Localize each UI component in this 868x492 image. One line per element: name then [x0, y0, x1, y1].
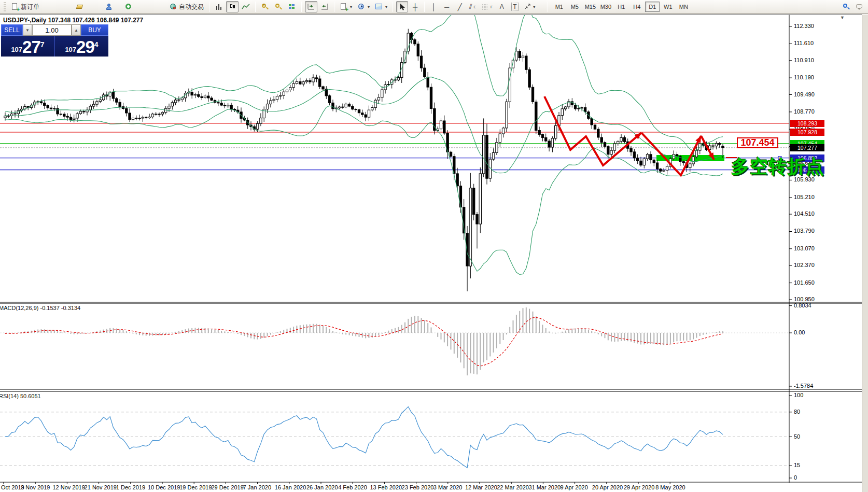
- indicators-button[interactable]: ＋▾: [338, 1, 354, 12]
- text-button[interactable]: A: [496, 1, 508, 12]
- signals-icon: [124, 3, 133, 11]
- rsi-axis-label: 50: [794, 433, 800, 440]
- volume-increase-button[interactable]: ▲: [72, 24, 81, 36]
- fibonacci-icon: [482, 3, 489, 10]
- chart-shift-button[interactable]: [318, 1, 331, 12]
- price-tick-label: 101.650: [794, 279, 815, 286]
- autotrading-label: 自动交易: [179, 3, 204, 11]
- price-tick-label: 100.950: [794, 296, 815, 302]
- chat-icon: [856, 3, 864, 11]
- price-chart-canvas[interactable]: [0, 15, 868, 492]
- mt4-window: ＋ 新订单 自动交易 + −: [0, 0, 868, 492]
- date-axis-label: 12 Mar 2020: [465, 484, 497, 490]
- buy-button[interactable]: BUY: [81, 24, 108, 36]
- rsi-axis-label: 80: [794, 409, 800, 415]
- date-axis-label: 10 Dec 2019: [148, 484, 180, 490]
- rsi-axis-label: 15: [794, 462, 800, 468]
- date-axis-label: 23 Feb 2020: [402, 484, 434, 490]
- periods-button[interactable]: ▾: [355, 1, 372, 12]
- periods-icon: [357, 3, 366, 11]
- text-label-button[interactable]: T: [509, 1, 521, 12]
- volume-input[interactable]: 1.00: [32, 24, 72, 36]
- timeframe-m5[interactable]: M5: [567, 2, 582, 12]
- price-tick-label: 105.210: [794, 194, 815, 200]
- timeframe-h1[interactable]: H1: [614, 2, 628, 12]
- trendline-button[interactable]: ╱: [454, 1, 466, 12]
- arrows-button[interactable]: ▾: [522, 1, 537, 12]
- tile-windows-button[interactable]: [286, 1, 298, 12]
- auto-scroll-icon: [307, 3, 315, 11]
- date-axis-label: 29 Apr 2020: [624, 484, 654, 490]
- level-price-tag: 107.928: [790, 129, 824, 136]
- zoom-in-button[interactable]: +: [259, 1, 271, 12]
- line-chart-icon: [242, 3, 250, 11]
- autotrading-button[interactable]: 自动交易: [167, 1, 206, 12]
- search-button[interactable]: [840, 1, 852, 12]
- cursor-button[interactable]: [396, 1, 408, 12]
- equidistant-channel-button[interactable]: ⫽E: [467, 1, 479, 12]
- rsi-indicator-label: RSI(14) 50.6051: [0, 393, 41, 399]
- fibonacci-button[interactable]: F: [480, 1, 495, 12]
- price-tick-label: 109.490: [794, 91, 815, 97]
- toolbar-grip[interactable]: [4, 2, 6, 11]
- macd-axis-label: 0.00: [794, 329, 805, 335]
- indicators-add-icon: ＋: [340, 3, 348, 11]
- templates-button[interactable]: ▾: [373, 1, 389, 12]
- zoom-out-icon: −: [274, 3, 283, 11]
- horizontal-line-button[interactable]: ─: [441, 1, 453, 12]
- date-axis-label: 7 Jan 2020: [243, 484, 271, 490]
- signals-button[interactable]: [122, 1, 135, 12]
- date-axis-label: 1 Dec 2019: [116, 484, 145, 490]
- chart-window[interactable]: USDJPY-,Daily 107.348 107.426 106.849 10…: [0, 15, 868, 492]
- vertical-line-button[interactable]: │: [428, 1, 440, 12]
- current-price-tag: 107.277: [790, 144, 824, 151]
- sell-button[interactable]: SELL: [1, 24, 23, 36]
- timeframe-h4[interactable]: H4: [629, 2, 644, 12]
- buy-price[interactable]: 107 29 4: [55, 36, 108, 57]
- sell-price[interactable]: 107 27 7: [1, 36, 54, 57]
- timeframe-m1[interactable]: M1: [552, 2, 566, 12]
- chinese-annotation-text[interactable]: 多空转折点: [731, 154, 824, 179]
- timeframe-d1[interactable]: D1: [645, 2, 660, 12]
- level-price-tag: 108.293: [790, 120, 824, 127]
- date-axis-label: 13 Feb 2020: [370, 484, 402, 490]
- price-tick-label: 104.510: [794, 210, 815, 217]
- timeframe-m15[interactable]: M15: [583, 2, 597, 12]
- timeframe-group: M1M5M15M30H1H4D1W1MN: [551, 2, 691, 12]
- metaeditor-icon: [76, 3, 84, 11]
- chat-button[interactable]: [853, 1, 866, 12]
- chart-shift-icon: [320, 3, 329, 11]
- timeframe-mn[interactable]: MN: [676, 2, 691, 12]
- new-order-button[interactable]: ＋ 新订单: [9, 1, 41, 12]
- price-tick-label: 110.910: [794, 57, 814, 63]
- volume-decrease-button[interactable]: ▼: [23, 24, 32, 36]
- date-axis-label: 20 Apr 2020: [592, 484, 623, 490]
- text-label-icon: T: [511, 3, 518, 11]
- new-order-icon: ＋: [11, 3, 19, 11]
- community-icon: [105, 3, 113, 11]
- arrows-icon: [524, 3, 531, 10]
- price-annotation-label[interactable]: 107.454: [737, 137, 778, 148]
- scroll-end-marker: ▼: [840, 15, 845, 20]
- auto-scroll-button[interactable]: [305, 1, 317, 12]
- macd-axis-label: -1.5784: [794, 383, 813, 389]
- crosshair-button[interactable]: ┼: [409, 1, 421, 12]
- timeframe-w1[interactable]: W1: [661, 2, 675, 12]
- horizontal-line-icon: ─: [444, 3, 449, 11]
- zoom-out-button[interactable]: −: [272, 1, 285, 12]
- bar-chart-button[interactable]: [213, 1, 225, 12]
- new-order-label: 新订单: [21, 3, 39, 11]
- chart-title: USDJPY-,Daily 107.348 107.426 106.849 10…: [3, 17, 143, 24]
- timeframe-m30[interactable]: M30: [598, 2, 613, 12]
- price-tick-label: 108.770: [794, 108, 815, 115]
- equidistant-channel-icon: ⫽: [469, 3, 472, 11]
- zoom-in-icon: +: [261, 3, 269, 11]
- date-axis-label: 9 Apr 2020: [561, 484, 588, 490]
- trendline-icon: ╱: [458, 3, 462, 11]
- candlestick-chart-button[interactable]: [226, 1, 239, 12]
- metaeditor-button[interactable]: [74, 1, 86, 12]
- price-tick-label: 103.790: [794, 228, 815, 234]
- community-button[interactable]: [103, 1, 115, 12]
- tile-windows-icon: [288, 3, 296, 11]
- line-chart-button[interactable]: [240, 1, 252, 12]
